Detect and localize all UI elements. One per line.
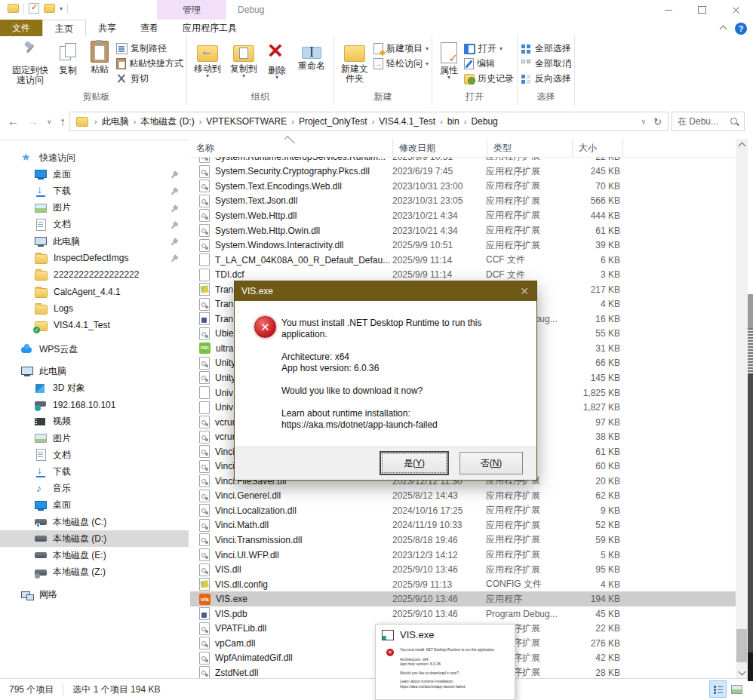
column-header-date-modified[interactable]: 修改日期 bbox=[393, 139, 487, 157]
qat-customize-chevron-icon[interactable]: ▾ bbox=[60, 5, 63, 12]
sidebar-item-22222222222222222[interactable]: 22222222222222222 bbox=[0, 266, 189, 283]
dialog-close-icon[interactable]: ✕ bbox=[520, 285, 529, 297]
ribbon-button-delete[interactable]: 删除▾ bbox=[263, 39, 291, 80]
sidebar-item--[interactable]: 视频 bbox=[0, 413, 189, 430]
column-header-type[interactable]: 类型 bbox=[487, 139, 573, 157]
forward-button[interactable]: → bbox=[27, 115, 38, 127]
ribbon-button-move-to[interactable]: 移动到▾ bbox=[190, 39, 225, 78]
table-row[interactable]: TDI.dcf2025/9/9 11:14DCF 文件3 KB bbox=[190, 267, 736, 282]
ribbon-button-invert-selection[interactable]: 反向选择 bbox=[521, 72, 571, 86]
sidebar-item-192-168-10-101[interactable]: 192.168.10.101 bbox=[0, 397, 189, 413]
sidebar-item--[interactable]: 音乐 bbox=[0, 480, 189, 497]
ribbon-button-paste-shortcut[interactable]: 粘贴快捷方式 bbox=[116, 57, 183, 71]
ribbon-button-history[interactable]: 历史记录 bbox=[464, 72, 514, 86]
sidebar-item--[interactable]: 桌面 bbox=[0, 497, 189, 514]
breadcrumb-item[interactable]: Debug bbox=[468, 116, 500, 127]
breadcrumb-item[interactable]: VIS4.4.1_Test bbox=[376, 116, 438, 127]
ribbon-button-copy-path[interactable]: 复制路径 bbox=[116, 41, 183, 56]
column-header-name[interactable]: 名称 bbox=[190, 139, 393, 157]
minimize-button[interactable] bbox=[651, 0, 685, 20]
ribbon-button-new-item[interactable]: 新建项目▾ bbox=[373, 41, 429, 56]
back-button[interactable]: ← bbox=[8, 115, 19, 127]
table-row[interactable]: System.Text.Json.dll2023/10/31 23:05应用程序… bbox=[190, 194, 736, 209]
sidebar-item-calcagent_4-4-1[interactable]: CalcAgent_4.4.1 bbox=[0, 284, 189, 300]
table-row[interactable]: Vinci.Generel.dll2025/8/12 14:43应用程序扩展62… bbox=[190, 489, 736, 504]
address-dropdown-chevron-icon[interactable]: ∨ bbox=[641, 118, 647, 125]
breadcrumb-item[interactable]: VPTEKSOFTWARE bbox=[203, 116, 290, 127]
table-row[interactable]: VIS.dll2025/9/10 13:46应用程序扩展95 KB bbox=[190, 562, 736, 577]
sidebar-item-wps-[interactable]: WPS云盘 bbox=[0, 341, 189, 358]
collapse-ribbon-icon[interactable] bbox=[720, 25, 727, 32]
table-row[interactable]: VIS.exe2025/9/10 13:46应用程序194 KB bbox=[190, 591, 736, 606]
sidebar-item--[interactable]: 快速访问 bbox=[0, 149, 189, 166]
sidebar-item--e-[interactable]: 本地磁盘 (E:) bbox=[0, 547, 189, 563]
sidebar-item--[interactable]: 下载 bbox=[0, 463, 189, 480]
sidebar-item--[interactable]: 图片 bbox=[0, 200, 189, 216]
table-row[interactable]: System.Text.Encodings.Web.dll2023/10/31 … bbox=[190, 179, 736, 194]
sidebar-item--[interactable]: 文档 bbox=[0, 447, 189, 463]
table-row[interactable]: Vinci.UI.WFP.dll2023/12/3 14:12应用程序扩展5 K… bbox=[190, 548, 736, 563]
ribbon-button-rename[interactable]: 重命名 bbox=[293, 39, 330, 71]
sidebar-item--[interactable]: 下载 bbox=[0, 183, 189, 199]
sidebar-item-vis4-4-1_test[interactable]: VIS4.4.1_Test bbox=[0, 317, 189, 333]
no-button[interactable]: 否(N) bbox=[459, 452, 523, 474]
ribbon-button-pin[interactable]: 固定到快速访问 bbox=[9, 39, 51, 85]
table-row[interactable]: Vinci.Localization.dll2024/10/16 17:25应用… bbox=[190, 503, 736, 518]
table-row[interactable]: System.Windows.Interactivity.dll2025/9/9… bbox=[190, 238, 736, 253]
search-icon[interactable] bbox=[730, 117, 739, 127]
ribbon-button-select-all[interactable]: 全部选择 bbox=[521, 41, 571, 56]
sidebar-item-inspectdefectimgs[interactable]: InspectDefectImgs bbox=[0, 250, 189, 266]
table-row[interactable]: System.Security.Cryptography.Pkcs.dll202… bbox=[190, 164, 736, 180]
scroll-down-icon[interactable] bbox=[739, 668, 746, 676]
breadcrumb-item[interactable]: 此电脑 bbox=[99, 115, 132, 128]
sidebar-item--[interactable]: 网络 bbox=[0, 587, 189, 603]
table-row[interactable]: VIS.pdb2025/9/10 13:46Program Debug...45… bbox=[190, 606, 736, 622]
ribbon-button-new-folder[interactable]: 新建文件夹 bbox=[337, 39, 372, 84]
tab-view[interactable]: 查看 bbox=[128, 20, 171, 36]
up-button[interactable]: ↑ bbox=[60, 115, 66, 127]
table-row[interactable]: T_LA_CM_04K08A_00_R_Default_Defau...2025… bbox=[190, 253, 736, 268]
help-icon[interactable] bbox=[735, 23, 747, 35]
tab-share[interactable]: 共享 bbox=[86, 20, 128, 36]
ribbon-button-copy[interactable]: 复制 bbox=[53, 39, 83, 75]
thumbnail-view-button[interactable] bbox=[728, 680, 745, 698]
tab-file[interactable]: 文件 bbox=[0, 20, 42, 36]
column-header-size[interactable]: 大小 bbox=[573, 139, 623, 157]
ribbon-button-paste[interactable]: 粘贴 bbox=[85, 39, 115, 75]
recent-locations-chevron-icon[interactable]: ∨ bbox=[47, 118, 52, 125]
vertical-scrollbar[interactable] bbox=[736, 139, 748, 679]
breadcrumb-item[interactable]: bin bbox=[444, 116, 463, 127]
ribbon-button-select-none[interactable]: 全部取消 bbox=[521, 57, 571, 71]
table-row[interactable]: VIS.dll.config2025/9/9 11:13CONFIG 文件4 K… bbox=[190, 577, 736, 592]
sidebar-item--z-[interactable]: 本地磁盘 (Z:) bbox=[0, 564, 189, 581]
dialog-thumbnail-preview[interactable]: VIS.exe ✕ You must install .NET Desktop … bbox=[375, 624, 515, 700]
sidebar-item-logs[interactable]: Logs bbox=[0, 300, 189, 317]
sidebar-item--d-[interactable]: 本地磁盘 (D:) bbox=[0, 530, 189, 547]
table-row[interactable]: System.Runtime.InteropServices.Runtim...… bbox=[190, 157, 736, 164]
table-row[interactable]: Vinci.Transmission.dll2025/8/18 19:46应用程… bbox=[190, 533, 736, 548]
tab-home[interactable]: 主页 bbox=[42, 20, 86, 38]
sidebar-item--[interactable]: 此电脑 bbox=[0, 363, 189, 379]
ribbon-button-copy-to[interactable]: 复制到▾ bbox=[226, 39, 261, 78]
refresh-icon[interactable]: ↻ bbox=[653, 116, 662, 127]
ribbon-button-cut[interactable]: 剪切 bbox=[116, 72, 183, 86]
sidebar-item--c-[interactable]: 本地磁盘 (C:) bbox=[0, 514, 189, 530]
table-row[interactable]: System.Web.Http.Owin.dll2023/10/21 4:34应… bbox=[190, 223, 736, 238]
sidebar-item-3d-[interactable]: 3D 对象 bbox=[0, 379, 189, 396]
scrollbar-thumb[interactable] bbox=[736, 629, 747, 662]
checkbox-qat-icon[interactable]: ✓ bbox=[29, 3, 39, 14]
scroll-up-icon[interactable] bbox=[739, 143, 746, 150]
yes-button[interactable]: 是(Y) bbox=[380, 451, 449, 475]
ribbon-button-easy-access[interactable]: 轻松访问▾ bbox=[373, 57, 429, 71]
address-bar[interactable]: › 此电脑›本地磁盘 (D:)›VPTEKSOFTWARE›Project_On… bbox=[69, 112, 668, 131]
sidebar-item--[interactable]: 文档 bbox=[0, 216, 189, 233]
table-row[interactable]: Vinci.Math.dll2024/11/19 10:33应用程序扩展52 K… bbox=[190, 518, 736, 533]
sidebar-item--[interactable]: 此电脑 bbox=[0, 233, 189, 250]
sidebar-item--[interactable]: 桌面 bbox=[0, 166, 189, 183]
ribbon-button-properties[interactable]: 属性▾ bbox=[435, 39, 463, 80]
new-folder-qat-icon[interactable] bbox=[44, 4, 55, 13]
breadcrumb-item[interactable]: 本地磁盘 (D:) bbox=[137, 115, 197, 128]
ribbon-button-edit[interactable]: 编辑 bbox=[464, 57, 514, 71]
search-input[interactable]: 在 Debu... bbox=[672, 112, 745, 131]
ribbon-button-open[interactable]: 打开▾ bbox=[464, 41, 514, 56]
